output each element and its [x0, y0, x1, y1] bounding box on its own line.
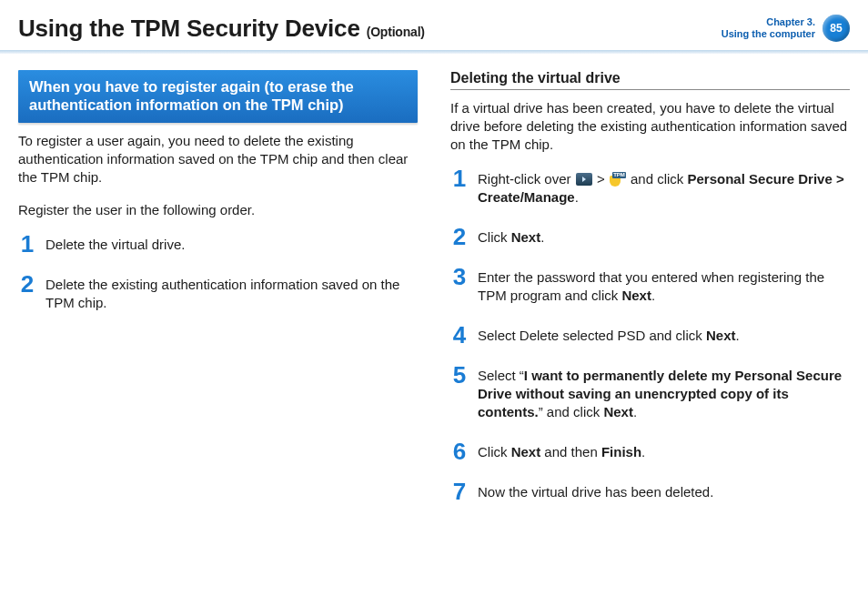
right-step-text: Now the virtual drive has been deleted.: [478, 481, 713, 501]
step-text-bold: Next: [511, 229, 541, 245]
right-step: Select Delete selected PSD and click Nex…: [450, 325, 850, 345]
right-step: Enter the password that you entered when…: [450, 267, 850, 305]
right-step-text: Right-click over > TPM and click Persona…: [478, 168, 850, 207]
tpm-program-icon: TPM: [610, 172, 626, 187]
system-tray-icon: [576, 172, 592, 187]
page-title: Using the TPM Security Device (Optional): [18, 15, 425, 43]
step-text-fragment: .: [651, 288, 655, 303]
right-step-text: Click Next.: [478, 227, 544, 247]
right-step-text: Click Next and then Finish.: [478, 441, 645, 461]
page-number-badge: 85: [823, 15, 850, 42]
right-step: Click Next and then Finish.: [450, 441, 850, 461]
chapter-line-1: Chapter 3.: [722, 16, 815, 28]
step-text-bold: Next: [706, 328, 736, 343]
right-step-text: Select “I want to permanently delete my …: [478, 365, 850, 421]
left-step-text: Delete the existing authentication infor…: [45, 274, 418, 312]
step-text-fragment: .: [575, 189, 579, 205]
callout-box: When you have to register again (to eras…: [18, 70, 418, 123]
step-text-fragment: Click: [478, 444, 511, 459]
step-text-bold: Next: [511, 444, 541, 459]
right-column: Deleting the virtual drive If a virtual …: [450, 70, 850, 521]
step-text-bold: I want to permanently delete my Personal…: [478, 368, 842, 419]
chapter-block: Chapter 3. Using the computer 85: [722, 15, 850, 42]
left-step: Delete the existing authentication infor…: [18, 274, 418, 312]
step-text-fragment: >: [597, 171, 609, 187]
page-header: Using the TPM Security Device (Optional)…: [18, 15, 850, 48]
right-intro: If a virtual drive has been created, you…: [450, 99, 850, 154]
left-steps: Delete the virtual drive. Delete the exi…: [18, 234, 418, 312]
step-text-fragment: and then: [540, 444, 601, 459]
right-step: Now the virtual drive has been deleted.: [450, 481, 850, 501]
step-text-fragment: .: [641, 444, 645, 459]
left-paragraph-1: To register a user again, you need to de…: [18, 132, 418, 187]
step-text-fragment: ” and click: [539, 404, 604, 419]
step-text-fragment: .: [540, 229, 544, 245]
right-step-text: Enter the password that you entered when…: [478, 267, 850, 305]
step-text-bold: Next: [603, 404, 633, 419]
page-title-suffix: (Optional): [367, 25, 425, 39]
step-text-fragment: Select “: [478, 368, 524, 383]
right-step-text: Select Delete selected PSD and click Nex…: [478, 325, 740, 345]
step-text-bold: Next: [621, 288, 651, 303]
step-text-fragment: and click: [631, 171, 688, 187]
step-text-fragment: Select Delete selected PSD and click: [478, 328, 706, 343]
step-text-fragment: Click: [478, 229, 511, 245]
left-paragraph-2: Register the user in the following order…: [18, 201, 418, 219]
header-divider: [0, 50, 868, 54]
step-text-fragment: Now the virtual drive has been deleted.: [478, 484, 713, 500]
left-column: When you have to register again (to eras…: [18, 70, 418, 521]
right-step: Click Next.: [450, 227, 850, 247]
right-steps: Right-click over > TPM and click Persona…: [450, 168, 850, 501]
step-text-fragment: .: [735, 328, 739, 343]
step-text-fragment: Right-click over: [478, 171, 575, 187]
right-heading: Deleting the virtual drive: [450, 70, 850, 90]
right-step: Right-click over > TPM and click Persona…: [450, 168, 850, 207]
right-step: Select “I want to permanently delete my …: [450, 365, 850, 421]
left-step: Delete the virtual drive.: [18, 234, 418, 254]
left-step-text: Delete the virtual drive.: [45, 234, 185, 254]
chapter-line-2: Using the computer: [722, 28, 815, 40]
step-text-bold: Finish: [601, 444, 641, 459]
step-text-fragment: .: [633, 404, 637, 419]
page-title-main: Using the TPM Security Device: [18, 15, 360, 42]
chapter-text: Chapter 3. Using the computer: [722, 16, 815, 40]
